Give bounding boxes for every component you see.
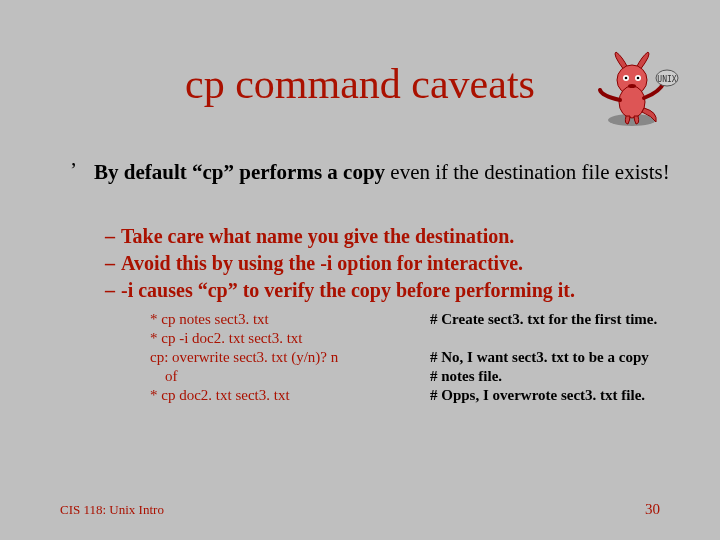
example-row: cp: overwrite sect3. txt (y/n)? n # No, …: [150, 348, 657, 367]
example-block: * cp notes sect3. txt # Create sect3. tx…: [150, 310, 680, 405]
example-comment: # notes file.: [430, 367, 657, 386]
sub-bullet: –-i causes “cp” to verify the copy befor…: [105, 279, 680, 302]
svg-point-5: [625, 77, 628, 80]
sub-bullet-text: Take care what name you give the destina…: [121, 225, 514, 247]
example-command: * cp notes sect3. txt: [150, 310, 430, 329]
sub-bullet-list: –Take care what name you give the destin…: [105, 225, 680, 306]
bullet-marker: ’: [70, 158, 77, 183]
example-command: * cp doc2. txt sect3. txt: [150, 386, 430, 405]
svg-point-7: [628, 84, 636, 88]
example-comment: # No, I want sect3. txt to be a copy: [430, 348, 657, 367]
sub-bullet-text: -i causes “cp” to verify the copy before…: [121, 279, 575, 301]
main-bullet: ’ By default “cp” performs a copy even i…: [70, 160, 680, 185]
example-command: of: [150, 367, 430, 386]
example-table: * cp notes sect3. txt # Create sect3. tx…: [150, 310, 657, 405]
svg-point-2: [619, 86, 645, 118]
example-command: * cp -i doc2. txt sect3. txt: [150, 329, 430, 348]
bullet-rest-text: even if the destination file exists!: [385, 160, 670, 184]
footer-course: CIS 118: Unix Intro: [60, 502, 164, 518]
example-row: * cp notes sect3. txt # Create sect3. tx…: [150, 310, 657, 329]
sub-bullet: –Take care what name you give the destin…: [105, 225, 680, 248]
bullet-bold-text: By default “cp” performs a copy: [94, 160, 385, 184]
example-row: * cp -i doc2. txt sect3. txt: [150, 329, 657, 348]
footer-page-number: 30: [645, 501, 660, 518]
sub-bullet: –Avoid this by using the -i option for i…: [105, 252, 680, 275]
example-row: of # notes file.: [150, 367, 657, 386]
svg-point-6: [637, 77, 640, 80]
example-comment: # Create sect3. txt for the first time.: [430, 310, 657, 329]
example-row: * cp doc2. txt sect3. txt # Opps, I over…: [150, 386, 657, 405]
slide: cp command caveats UNIX ’ By default “cp…: [0, 0, 720, 540]
example-command: cp: overwrite sect3. txt (y/n)? n: [150, 348, 430, 367]
example-comment: [430, 329, 657, 348]
sub-bullet-text: Avoid this by using the -i option for in…: [121, 252, 523, 274]
svg-text:UNIX: UNIX: [657, 75, 676, 84]
example-comment: # Opps, I overwrote sect3. txt file.: [430, 386, 657, 405]
bsd-daemon-icon: UNIX: [582, 50, 682, 130]
